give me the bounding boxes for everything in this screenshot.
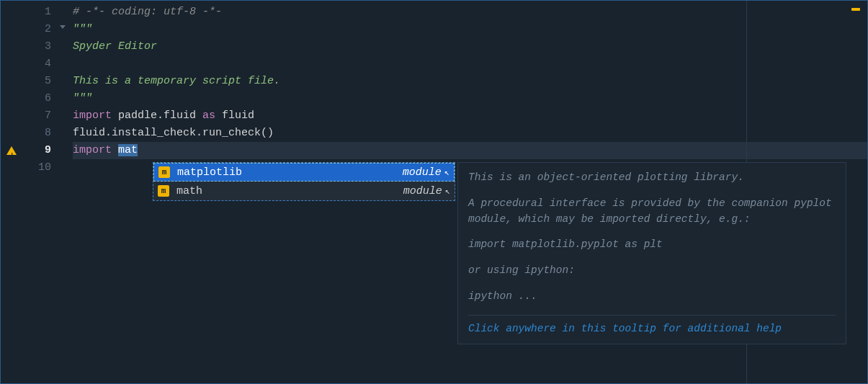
- code-text: fluid: [215, 110, 254, 122]
- divider: [468, 315, 836, 316]
- line-number: 10: [1, 159, 73, 177]
- line-number-gutter: 1 2 3 4 5 6 7 8 9 10: [1, 1, 73, 383]
- line-number: 4: [1, 55, 73, 73]
- line-number: 5: [1, 73, 73, 90]
- autocomplete-item-matplotlib[interactable]: m matplotlib module ↖: [153, 163, 455, 182]
- code-keyword: import: [73, 144, 112, 156]
- code-selection: mat: [118, 144, 138, 156]
- autocomplete-popup[interactable]: m matplotlib module ↖ m math module ↖: [153, 162, 455, 201]
- line-number: 7: [1, 107, 73, 125]
- expand-icon: ↖: [444, 167, 449, 178]
- line-number: 8: [1, 125, 73, 142]
- code-keyword: as: [202, 110, 215, 122]
- line-number: 1: [1, 4, 73, 21]
- code-docstring: """: [73, 92, 92, 104]
- expand-icon: ↖: [445, 186, 450, 197]
- autocomplete-item-name: matplotlib: [177, 166, 403, 179]
- code-text: paddle.fluid: [112, 110, 202, 122]
- autocomplete-item-kind: module: [403, 166, 442, 179]
- line-number-current: 9: [1, 142, 73, 159]
- fold-icon[interactable]: [60, 25, 66, 29]
- module-icon: m: [158, 185, 169, 197]
- line-number-label: 9: [45, 144, 51, 156]
- code-docstring: Spyder Editor: [73, 40, 157, 53]
- doc-paragraph: A procedural interface is provided by th…: [468, 196, 836, 228]
- doc-hint-link[interactable]: Click anywhere in this tooltip for addit…: [468, 321, 836, 337]
- code-text: fluid.install_check.run_check(): [73, 127, 274, 139]
- code-comment: # -*- coding: utf-8 -*-: [73, 6, 222, 18]
- warning-icon[interactable]: [6, 146, 17, 155]
- autocomplete-item-name: math: [176, 185, 403, 197]
- module-icon: m: [158, 166, 170, 178]
- line-number: 2: [1, 21, 73, 38]
- code-keyword: import: [73, 110, 112, 122]
- doc-paragraph: ipython ...: [468, 289, 836, 305]
- autocomplete-item-kind: module: [403, 185, 442, 197]
- line-number-label: 2: [45, 23, 51, 35]
- current-line: import mat: [73, 142, 867, 159]
- doc-paragraph: This is an object-oriented plotting libr…: [468, 170, 836, 186]
- code-text: [112, 144, 118, 156]
- line-number: 6: [1, 90, 73, 107]
- inline-warning-icon: [851, 8, 860, 11]
- doc-paragraph: import matplotlib.pyplot as plt: [468, 237, 836, 253]
- autocomplete-item-math[interactable]: m math module ↖: [153, 182, 455, 200]
- code-docstring: This is a temporary script file.: [73, 75, 280, 87]
- doc-paragraph: or using ipython:: [468, 263, 836, 279]
- documentation-tooltip[interactable]: This is an object-oriented plotting libr…: [457, 162, 846, 344]
- code-docstring: """: [73, 23, 92, 35]
- line-number: 3: [1, 38, 73, 55]
